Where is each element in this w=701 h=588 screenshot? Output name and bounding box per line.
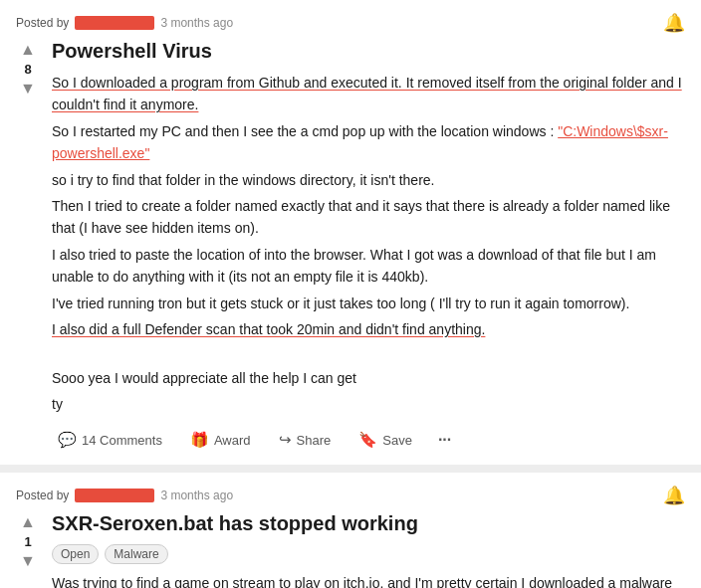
save-label-1: Save: [382, 433, 412, 448]
post-1: Posted by 3 months ago 🔔 ▲ 8 ▼ Powershel…: [0, 0, 701, 473]
award-btn-1[interactable]: 🎁 Award: [184, 427, 257, 453]
highlight-span-1-0: So I downloaded a program from Github an…: [52, 75, 682, 112]
upvote-btn-1[interactable]: ▲: [18, 40, 38, 60]
posted-by-label-2: Posted by: [16, 489, 69, 502]
downvote-btn-2[interactable]: ▼: [18, 551, 38, 571]
post-meta-left-1: Posted by 3 months ago: [16, 16, 233, 30]
body-para-1-6: I also did a full Defender scan that too…: [52, 318, 685, 340]
post-time-2: 3 months ago: [160, 489, 233, 502]
vote-count-2: 1: [24, 534, 31, 549]
upvote-btn-2[interactable]: ▲: [18, 512, 38, 532]
save-icon-1: 🔖: [358, 431, 377, 449]
body-para-1-4: I also tried to paste the location of in…: [52, 244, 685, 289]
body-closing-1-1: ty: [52, 393, 685, 415]
body-para-1-2: so i try to find that folder in the wind…: [52, 169, 685, 191]
post-layout-1: ▲ 8 ▼ Powershell Virus So I downloaded a…: [16, 38, 685, 453]
share-icon-1: ↪: [279, 431, 292, 449]
share-label-1: Share: [297, 433, 332, 448]
notification-bell-2[interactable]: 🔔: [663, 485, 685, 506]
body-closing-1-0: Sooo yea I would appreciate all the help…: [52, 367, 685, 389]
username-1: [75, 16, 154, 30]
post-header-2: Posted by 3 months ago 🔔: [16, 485, 685, 506]
code-path-1: "C:Windows\$sxr-powershell.exe": [52, 123, 668, 161]
comments-icon-1: 💬: [58, 431, 77, 449]
award-label-1: Award: [214, 433, 251, 448]
vote-count-1: 8: [24, 62, 31, 77]
downvote-btn-1[interactable]: ▼: [18, 79, 38, 98]
highlight-span-1-6: I also did a full Defender scan that too…: [52, 321, 485, 337]
save-btn-1[interactable]: 🔖 Save: [352, 427, 418, 453]
flair-malware[interactable]: Malware: [105, 544, 167, 564]
body-para-2-0: Was trying to find a game on stream to p…: [52, 572, 685, 588]
body-para-1-3: Then I tried to create a folder named ex…: [52, 195, 685, 240]
share-btn-1[interactable]: ↪ Share: [273, 427, 338, 453]
highlight-span-2-0: Was trying to find a game on stream to p…: [52, 575, 673, 588]
flair-tags-2: Open Malware: [52, 544, 685, 564]
post-title-1[interactable]: Powershell Virus: [52, 38, 685, 64]
username-2: [75, 489, 154, 502]
post-content-2: SXR-Seroxen.bat has stopped working Open…: [52, 510, 685, 588]
post-body-1: So I downloaded a program from Github an…: [52, 72, 685, 415]
more-options-btn-1[interactable]: ···: [434, 427, 455, 453]
flair-open[interactable]: Open: [52, 544, 99, 564]
vote-section-1: ▲ 8 ▼: [16, 38, 40, 98]
award-icon-1: 🎁: [190, 431, 209, 449]
post-title-2[interactable]: SXR-Seroxen.bat has stopped working: [52, 510, 685, 536]
post-footer-1: 💬 14 Comments 🎁 Award ↪ Share 🔖 Save ···: [52, 427, 685, 453]
post-header-1: Posted by 3 months ago 🔔: [16, 12, 685, 34]
comments-btn-1[interactable]: 💬 14 Comments: [52, 427, 168, 453]
body-para-1-5: I've tried running tron but it gets stuc…: [52, 293, 685, 314]
post-meta-left-2: Posted by 3 months ago: [16, 489, 233, 502]
notification-bell-1[interactable]: 🔔: [663, 12, 685, 34]
comments-label-1: 14 Comments: [82, 433, 162, 448]
posted-by-label-1: Posted by: [16, 16, 69, 30]
vote-section-2: ▲ 1 ▼: [16, 510, 40, 571]
post-layout-2: ▲ 1 ▼ SXR-Seroxen.bat has stopped workin…: [16, 510, 685, 588]
post-2: Posted by 3 months ago 🔔 ▲ 1 ▼ SXR-Serox…: [0, 473, 701, 588]
post-body-2: Was trying to find a game on stream to p…: [52, 572, 685, 588]
post-content-1: Powershell Virus So I downloaded a progr…: [52, 38, 685, 453]
body-para-1-1: So I restarted my PC and then I see the …: [52, 120, 685, 165]
post-time-1: 3 months ago: [160, 16, 233, 30]
body-para-1-0: So I downloaded a program from Github an…: [52, 72, 685, 116]
